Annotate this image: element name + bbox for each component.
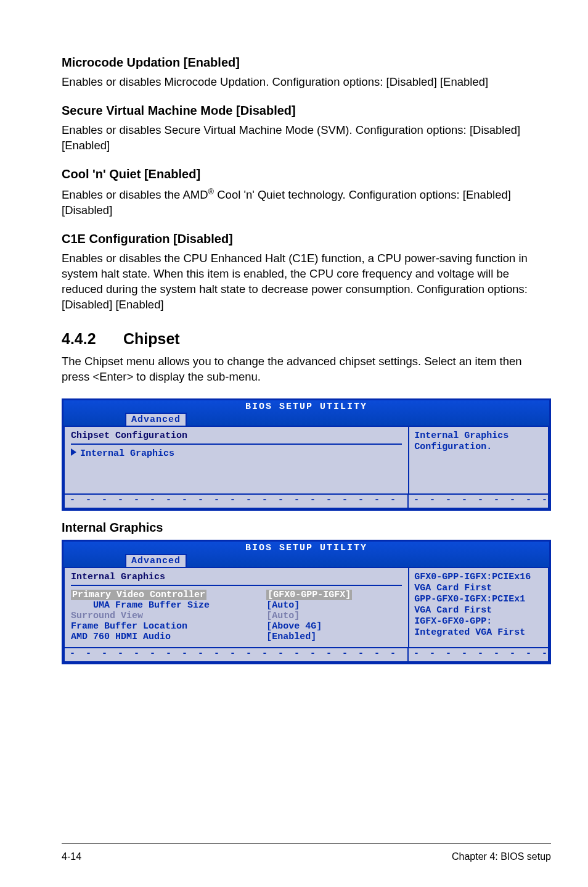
- bios-dashes-2: - - - - - - - - - - - - - - - - - - - - …: [63, 648, 549, 662]
- bios-help-line: GPP-GFX0-IGFX:PCIEx1: [414, 594, 543, 605]
- bios-setting-value: [GFX0-GPP-IGFX]: [266, 590, 402, 600]
- bios-header: BIOS SETUP UTILITY Advanced: [63, 400, 549, 426]
- bios-group-title: Chipset Configuration: [71, 431, 402, 441]
- bios-help-line: GFX0-GPP-IGFX:PCIEx16: [414, 572, 543, 583]
- bios-setting-row[interactable]: UMA Frame Buffer Size[Auto]: [71, 600, 402, 611]
- chipset-title: Chipset: [123, 330, 180, 347]
- bios-setting-value: [Above 4G]: [266, 621, 402, 632]
- bios-dashes: - - - - - - - - - - - - - - - - - - - - …: [63, 495, 549, 509]
- c1e-body: Enables or disables the CPU Enhanced Hal…: [62, 251, 551, 313]
- bios-title-2: BIOS SETUP UTILITY: [63, 542, 549, 554]
- bios-help-pane-2: GFX0-GPP-IGFX:PCIEx16VGA Card FirstGPP-G…: [409, 567, 549, 648]
- bios-help-line: Integrated VGA First: [414, 627, 543, 638]
- bios-setting-label: AMD 760 HDMI Audio: [71, 632, 266, 642]
- bios-help-line2: Configuration.: [414, 442, 543, 453]
- chipset-intro: The Chipset menu allows you to change th…: [62, 354, 551, 385]
- registered-symbol: ®: [208, 187, 214, 196]
- bios-item-label: Internal Graphics: [80, 448, 174, 459]
- c1e-title: C1E Configuration [Disabled]: [62, 232, 551, 246]
- triangle-icon: [71, 448, 76, 456]
- bios-setting-value: [Auto]: [266, 611, 402, 621]
- bios-group-title-2: Internal Graphics: [71, 572, 402, 582]
- bios-panel-chipset: BIOS SETUP UTILITY Advanced Chipset Conf…: [62, 398, 551, 511]
- footer-page-num: 4-14: [62, 851, 81, 862]
- microcode-title: Microcode Updation [Enabled]: [62, 56, 551, 70]
- chipset-heading: 4.4.2Chipset: [62, 330, 551, 348]
- bios-setting-label: Frame Buffer Location: [71, 621, 266, 632]
- bios-setting-row[interactable]: AMD 760 HDMI Audio[Enabled]: [71, 632, 402, 642]
- cnq-title: Cool 'n' Quiet [Enabled]: [62, 167, 551, 181]
- bios-tab-advanced-2[interactable]: Advanced: [125, 554, 187, 567]
- svm-body: Enables or disables Secure Virtual Machi…: [62, 123, 551, 154]
- bios-help-pane: Internal Graphics Configuration.: [409, 426, 549, 495]
- ig-heading: Internal Graphics: [62, 521, 551, 535]
- bios-item-internal-graphics[interactable]: Internal Graphics: [71, 448, 402, 459]
- bios-header-2: BIOS SETUP UTILITY Advanced: [63, 542, 549, 567]
- svm-title: Secure Virtual Machine Mode [Disabled]: [62, 104, 551, 118]
- bios-main-pane: Chipset Configuration Internal Graphics: [63, 426, 409, 495]
- bios-help-line1: Internal Graphics: [414, 431, 543, 442]
- cnq-body: Enables or disables the AMD® Cool 'n' Qu…: [62, 186, 551, 218]
- cnq-body-pre: Enables or disables the AMD: [62, 188, 208, 201]
- bios-setting-label: UMA Frame Buffer Size: [71, 600, 266, 611]
- bios-setting-label: Surround View: [71, 611, 266, 621]
- page-footer: 4-14 Chapter 4: BIOS setup: [62, 843, 551, 862]
- bios-panel-internal-graphics: BIOS SETUP UTILITY Advanced Internal Gra…: [62, 540, 551, 664]
- bios-help-line: VGA Card First: [414, 583, 543, 594]
- microcode-body: Enables or disables Microcode Updation. …: [62, 75, 551, 90]
- bios-title: BIOS SETUP UTILITY: [63, 400, 549, 413]
- bios-main-pane-2: Internal Graphics Primary Video Controll…: [63, 567, 409, 648]
- bios-help-line: VGA Card First: [414, 605, 543, 616]
- chipset-num: 4.4.2: [62, 330, 123, 348]
- bios-setting-row[interactable]: Frame Buffer Location[Above 4G]: [71, 621, 402, 632]
- footer-chapter: Chapter 4: BIOS setup: [452, 851, 551, 862]
- bios-setting-row[interactable]: Surround View[Auto]: [71, 611, 402, 621]
- bios-help-line: IGFX-GFX0-GPP:: [414, 616, 543, 627]
- bios-setting-row[interactable]: Primary Video Controller[GFX0-GPP-IGFX]: [71, 590, 402, 600]
- bios-setting-value: [Auto]: [266, 600, 402, 611]
- bios-setting-value: [Enabled]: [266, 632, 402, 642]
- bios-setting-label: Primary Video Controller: [71, 590, 266, 600]
- bios-tab-advanced[interactable]: Advanced: [125, 413, 187, 426]
